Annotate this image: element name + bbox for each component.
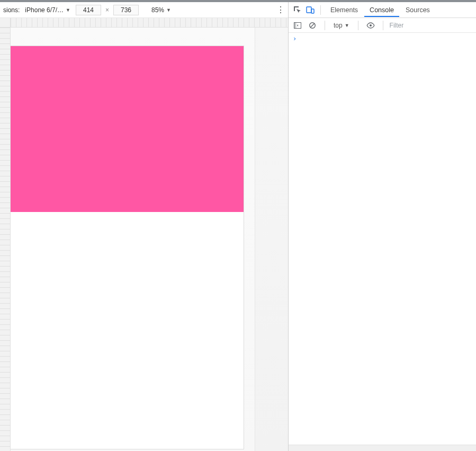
console-body[interactable]: › xyxy=(289,33,476,445)
svg-rect-3 xyxy=(294,22,297,28)
toggle-console-sidebar-icon[interactable] xyxy=(292,20,303,31)
ruler-horizontal[interactable] xyxy=(11,18,288,27)
console-toolbar: top ▼ xyxy=(289,18,476,33)
console-context-label: top xyxy=(334,22,343,29)
dropdown-triangle-icon: ▼ xyxy=(345,23,349,28)
zoom-value: 85% xyxy=(151,6,164,14)
devtools-tabbar: Elements Console Sources xyxy=(289,2,476,18)
svg-point-6 xyxy=(370,24,372,26)
device-select[interactable]: iPhone 6/7/… ▼ xyxy=(23,5,73,15)
tab-console[interactable]: Console xyxy=(364,3,399,17)
device-name: iPhone 6/7/… xyxy=(25,6,64,14)
viewport-wrap xyxy=(0,28,288,451)
console-toolbar-separator xyxy=(358,21,358,30)
ruler-horizontal-row xyxy=(0,18,288,28)
console-context-select[interactable]: top ▼ xyxy=(331,21,352,30)
console-toolbar-separator xyxy=(383,21,383,30)
console-toolbar-separator xyxy=(325,21,325,30)
width-input[interactable] xyxy=(76,5,101,15)
console-filter-input[interactable] xyxy=(390,22,473,29)
svg-rect-0 xyxy=(307,7,311,13)
ruler-corner xyxy=(0,18,11,27)
svg-rect-1 xyxy=(311,9,314,13)
device-stage xyxy=(11,28,288,451)
tab-sources[interactable]: Sources xyxy=(400,3,435,17)
clear-console-icon[interactable] xyxy=(307,20,318,31)
device-frame[interactable] xyxy=(11,46,244,449)
devtools-bottom-scrollbar[interactable] xyxy=(289,445,476,451)
main-split: sions: iPhone 6/7/… ▼ × 85% ▼ ⋮ xyxy=(0,2,476,451)
dimensions-label: sions: xyxy=(3,6,20,14)
devtools-pane: Elements Console Sources top ▼ › xyxy=(289,2,476,451)
dimension-separator: × xyxy=(104,6,110,14)
ruler-vertical[interactable] xyxy=(0,28,11,451)
console-prompt-icon: › xyxy=(293,35,297,42)
svg-line-5 xyxy=(310,23,315,28)
live-expression-eye-icon[interactable] xyxy=(365,20,376,31)
page-pink-block xyxy=(11,46,244,212)
stage-gutter xyxy=(255,28,288,451)
tab-elements[interactable]: Elements xyxy=(325,3,363,17)
more-options-kebab-icon[interactable]: ⋮ xyxy=(276,6,285,14)
device-emulation-pane: sions: iPhone 6/7/… ▼ × 85% ▼ ⋮ xyxy=(0,2,289,451)
dropdown-triangle-icon: ▼ xyxy=(166,7,171,13)
dropdown-triangle-icon: ▼ xyxy=(66,7,70,13)
inspect-element-icon[interactable] xyxy=(292,4,303,16)
tabbar-separator xyxy=(320,5,321,15)
zoom-select[interactable]: 85% ▼ xyxy=(151,6,171,14)
toggle-device-toolbar-icon[interactable] xyxy=(304,4,316,16)
height-input[interactable] xyxy=(113,5,139,15)
device-toolbar: sions: iPhone 6/7/… ▼ × 85% ▼ ⋮ xyxy=(0,2,288,18)
